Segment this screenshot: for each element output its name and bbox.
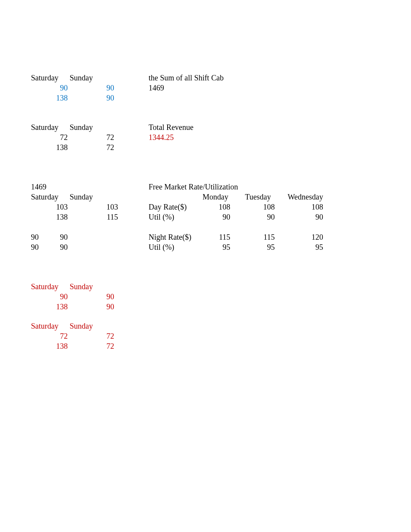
cell-value: 115 xyxy=(209,233,230,242)
cell-value: 108 xyxy=(302,203,323,211)
header-tuesday: Tuesday xyxy=(232,193,271,201)
cell-value: 95 xyxy=(302,243,323,252)
cell-value: 95 xyxy=(253,243,275,252)
cell-value: 90 xyxy=(209,213,230,222)
cell-value: 115 xyxy=(253,233,275,242)
cell-value: 108 xyxy=(253,203,275,211)
cell-value: 138 xyxy=(50,342,68,351)
sum-value: 1469 xyxy=(149,84,164,92)
cell-value: 138 xyxy=(50,213,68,222)
cell-value: 72 xyxy=(50,133,68,142)
cell-value: 1469 xyxy=(31,182,46,191)
cell-value: 108 xyxy=(209,203,230,211)
cell-value: 138 xyxy=(50,143,68,152)
market-title: Free Market Rate/Utilization xyxy=(149,182,238,191)
cell-value: 90 xyxy=(50,84,68,92)
cell-value: 138 xyxy=(50,302,68,311)
cell-value: 90 xyxy=(97,302,114,311)
sum-label: the Sum of all Shift Cab xyxy=(149,73,224,82)
util-label: Util (%) xyxy=(149,243,174,252)
spreadsheet-page: Saturday Sunday 90 90 138 90 the Sum of … xyxy=(0,0,411,532)
cell-value: 115 xyxy=(97,213,118,222)
cell-value: 90 xyxy=(97,84,114,92)
cell-value: 72 xyxy=(50,332,68,341)
header-sunday: Sunday xyxy=(70,322,93,331)
header-saturday: Saturday xyxy=(31,193,58,201)
cell-value: 120 xyxy=(302,233,323,242)
header-sunday: Sunday xyxy=(70,193,93,201)
cell-value: 90 xyxy=(31,233,39,242)
header-sunday: Sunday xyxy=(70,282,93,291)
day-rate-label: Day Rate($) xyxy=(149,203,187,211)
cell-value: 90 xyxy=(31,243,39,252)
cell-value: 90 xyxy=(302,213,323,222)
cell-value: 103 xyxy=(97,203,118,211)
cell-value: 90 xyxy=(253,213,275,222)
header-monday: Monday xyxy=(190,193,228,201)
total-revenue-value: 1344.25 xyxy=(149,133,174,142)
cell-value: 72 xyxy=(97,332,114,341)
cell-value: 72 xyxy=(97,143,114,152)
night-rate-label: Night Rate($) xyxy=(149,233,192,242)
cell-value: 72 xyxy=(97,342,114,351)
header-saturday: Saturday xyxy=(31,282,58,291)
cell-value: 90 xyxy=(50,233,68,242)
cell-value: 95 xyxy=(209,243,230,252)
header-sunday: Sunday xyxy=(70,123,93,132)
header-saturday: Saturday xyxy=(31,322,58,331)
header-saturday: Saturday xyxy=(31,123,58,132)
total-revenue-label: Total Revenue xyxy=(149,123,194,132)
header-wednesday: Wednesday xyxy=(277,193,323,201)
cell-value: 72 xyxy=(97,133,114,142)
cell-value: 90 xyxy=(97,94,114,102)
header-saturday: Saturday xyxy=(31,73,58,82)
cell-value: 90 xyxy=(97,292,114,301)
header-sunday: Sunday xyxy=(70,73,93,82)
cell-value: 103 xyxy=(50,203,68,211)
cell-value: 138 xyxy=(50,94,68,102)
util-label: Util (%) xyxy=(149,213,174,222)
cell-value: 90 xyxy=(50,292,68,301)
cell-value: 90 xyxy=(50,243,68,252)
